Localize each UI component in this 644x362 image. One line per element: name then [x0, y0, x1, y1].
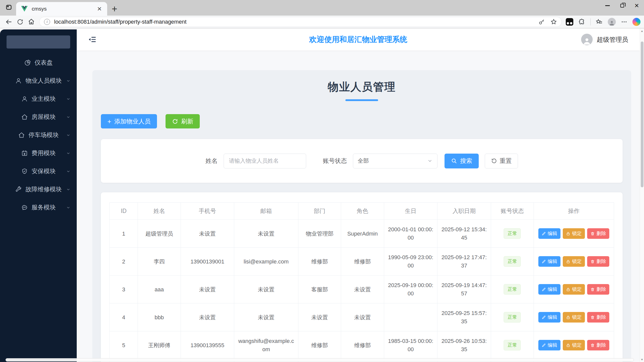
status-label: 账号状态: [323, 157, 347, 165]
extensions-puzzle-icon[interactable]: [578, 18, 585, 25]
app-header: 欢迎使用和居汇物业管理系统 超级管理员: [77, 28, 640, 51]
favorite-star-icon[interactable]: [550, 19, 557, 25]
cell-name: aaa: [138, 276, 181, 303]
collections-icon[interactable]: [596, 18, 603, 25]
sidebar-item-安保模块[interactable]: 安保模块: [0, 162, 77, 180]
refresh-icon[interactable]: [15, 17, 26, 27]
lock-button[interactable]: 锁定: [563, 340, 585, 350]
sidebar-item-仪表盘[interactable]: 仪表盘: [0, 54, 77, 72]
sidebar-item-房屋模块[interactable]: 房屋模块: [0, 108, 77, 126]
cell-name: 超级管理员: [138, 220, 181, 248]
cell-birthday: 1985-03-15 00:00:00: [384, 331, 437, 359]
cell-id: 4: [110, 303, 138, 331]
user-menu[interactable]: 超级管理员: [581, 34, 628, 45]
edit-button[interactable]: 编辑: [538, 312, 560, 323]
lock-button[interactable]: 锁定: [563, 256, 585, 267]
staff-table-card: ID姓名手机号邮箱部门角色生日入职日期账号状态操作 1超级管理员未设置未设置物业…: [101, 192, 623, 362]
cell-phone: 13900139555: [181, 331, 234, 359]
edit-button[interactable]: 编辑: [538, 340, 560, 350]
scroll-up-icon[interactable]: ▲: [640, 29, 644, 32]
column-header: 生日: [384, 203, 437, 220]
chevron-down-icon: [66, 169, 71, 174]
sidebar-item-费用模块[interactable]: 费用模块: [0, 144, 77, 162]
main-area: 欢迎使用和居汇物业管理系统 超级管理员 物业人员管理 + 添加物业人员: [77, 28, 640, 362]
cell-status: 正常: [491, 303, 534, 331]
lock-button[interactable]: 锁定: [563, 284, 585, 295]
browser-tab[interactable]: cmsys ×: [16, 2, 107, 16]
password-key-icon[interactable]: [538, 19, 545, 25]
delete-button[interactable]: 删除: [587, 228, 609, 239]
cell-id: 3: [110, 276, 138, 303]
delete-button[interactable]: 删除: [587, 256, 609, 267]
cell-birthday: 2025-09-19 00:00:00: [384, 276, 437, 303]
browser-profile-icon[interactable]: [608, 18, 616, 26]
cell-name: 李四: [138, 248, 181, 276]
status-badge: 正常: [504, 340, 521, 351]
lock-button[interactable]: 锁定: [563, 228, 585, 239]
sidebar-item-服务模块[interactable]: 服务模块: [0, 198, 77, 216]
page-title: 物业人员管理: [92, 70, 631, 94]
cell-hire-date: 2025-09-19 14:47:57: [437, 276, 491, 303]
cell-phone: 未设置: [181, 303, 234, 331]
table-row: 3aaa未设置未设置客服部未设置2025-09-19 00:00:002025-…: [110, 276, 614, 303]
new-tab-icon[interactable]: +: [112, 4, 117, 14]
sidebar-item-物业人员模块[interactable]: 物业人员模块: [0, 72, 77, 90]
delete-button[interactable]: 删除: [587, 340, 609, 350]
horizontal-scrollbar[interactable]: [6, 358, 634, 361]
name-label: 姓名: [206, 157, 218, 165]
cell-role: 维修部: [341, 331, 384, 359]
sidebar-item-故障维修模块[interactable]: 故障维修模块: [0, 180, 77, 198]
reset-button[interactable]: 重置: [485, 154, 518, 168]
tab-workspaces-icon[interactable]: [6, 4, 12, 11]
staff-table: ID姓名手机号邮箱部门角色生日入职日期账号状态操作 1超级管理员未设置未设置物业…: [109, 202, 614, 362]
browser-toolbar: i localhost:8081/admin/staff/property-st…: [0, 16, 644, 28]
address-bar[interactable]: i localhost:8081/admin/staff/property-st…: [39, 17, 562, 27]
cell-name: 王刚师傅: [138, 331, 181, 359]
url-text[interactable]: localhost:8081/admin/staff/property-staf…: [54, 19, 538, 25]
back-icon[interactable]: [4, 17, 15, 27]
add-staff-button[interactable]: + 添加物业人员: [101, 114, 157, 128]
edit-button[interactable]: 编辑: [538, 228, 560, 239]
delete-button[interactable]: 删除: [587, 284, 609, 295]
lock-icon: [566, 259, 570, 264]
delete-button[interactable]: 删除: [587, 312, 609, 323]
scroll-down-icon[interactable]: ▼: [640, 358, 644, 361]
window-close-icon[interactable]: ×: [629, 0, 644, 11]
browser-tabstrip: cmsys × + ×: [0, 0, 644, 16]
vertical-scrollbar[interactable]: ▲ ▼: [640, 28, 644, 362]
extension-badge-icon[interactable]: [566, 18, 573, 26]
delete-icon: [590, 343, 595, 347]
chevron-down-icon: [66, 97, 71, 101]
refresh-icon: [172, 118, 178, 124]
column-header: 姓名: [138, 203, 181, 220]
title-underline: [345, 99, 378, 101]
window-restore-icon[interactable]: [615, 0, 629, 11]
staff-name-input[interactable]: [224, 154, 306, 168]
sidebar-item-停车场模块[interactable]: 停车场模块: [0, 126, 77, 144]
user-name: 超级管理员: [597, 35, 628, 44]
column-header: 操作: [534, 203, 614, 220]
cell-phone: 未设置: [181, 220, 234, 248]
cell-name: bbb: [138, 303, 181, 331]
edit-button[interactable]: 编辑: [538, 284, 560, 295]
home-icon[interactable]: [26, 17, 37, 27]
chevron-down-icon: [427, 158, 433, 164]
scrollbar-thumb[interactable]: [641, 41, 643, 187]
lock-button[interactable]: 锁定: [563, 312, 585, 323]
cell-actions: 编辑锁定删除: [534, 303, 614, 331]
wrench-icon: [15, 186, 22, 193]
refresh-button[interactable]: 刷新: [166, 114, 200, 128]
window-minimize-icon[interactable]: [600, 0, 615, 11]
copilot-icon[interactable]: [632, 18, 640, 26]
cell-department: 维修部: [298, 331, 341, 359]
column-header: 账号状态: [491, 203, 534, 220]
edit-button[interactable]: 编辑: [538, 256, 560, 267]
column-header: ID: [110, 203, 138, 220]
tab-close-icon[interactable]: ×: [96, 5, 103, 13]
more-menu-icon[interactable]: [621, 19, 627, 25]
sidebar-item-业主模块[interactable]: 业主模块: [0, 90, 77, 108]
user-icon: [21, 96, 28, 102]
search-button[interactable]: 搜索: [445, 154, 479, 168]
status-select[interactable]: 全部: [353, 154, 437, 168]
site-info-icon[interactable]: i: [44, 19, 50, 25]
